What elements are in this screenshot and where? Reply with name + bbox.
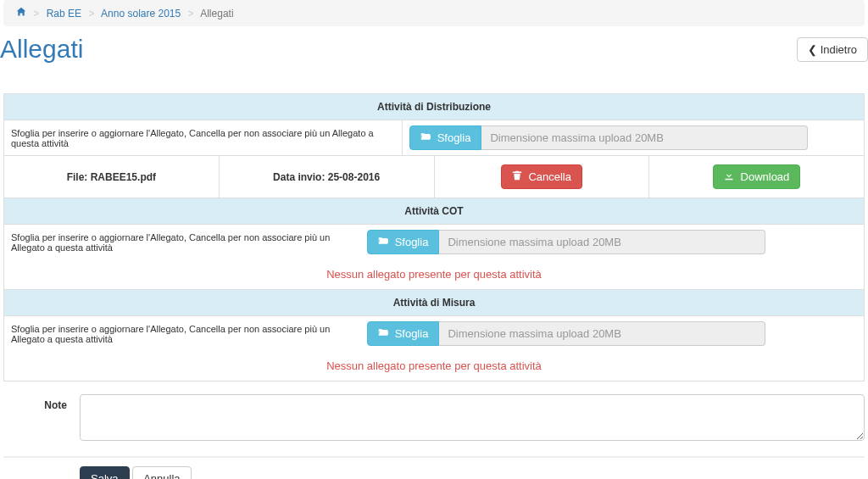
breadcrumb-item-current: Allegati [200,8,233,19]
instruction-distribuzione: Sfoglia per inserire o aggiornare l'Alle… [4,120,403,155]
download-label: Download [741,170,790,183]
breadcrumb-item-year[interactable]: Anno solare 2015 [101,8,181,19]
no-attachment-cot: Nessun allegato presente per questa atti… [4,259,864,289]
note-label: Note [3,394,80,443]
section-header-cot: Attività COT [4,198,864,225]
home-icon[interactable] [16,8,26,19]
browse-button-misura[interactable]: Sfoglia [367,321,439,346]
back-button[interactable]: ❮ Indietro [797,37,868,62]
download-button[interactable]: Download [713,164,800,189]
file-name-cell: File: RABEE15.pdf [4,156,220,198]
instruction-misura: Sfoglia per inserire o aggiornare l'Alle… [4,316,360,351]
section-header-distribuzione: Attività di Distribuzione [4,94,864,120]
browse-label: Sfoglia [437,131,471,144]
cancel-button[interactable]: Annulla [132,466,191,479]
save-button[interactable]: Salva [80,466,130,479]
no-attachment-misura: Nessun allegato presente per questa atti… [4,351,864,381]
breadcrumb-sep: > [33,8,39,19]
back-button-label: Indietro [821,43,857,56]
upload-input-misura: Dimensione massima upload 20MB [439,321,765,346]
browse-button-cot[interactable]: Sfoglia [367,230,439,254]
delete-button[interactable]: Cancella [501,164,582,189]
folder-open-icon [420,131,431,144]
upload-input-cot: Dimensione massima upload 20MB [439,230,765,254]
browse-label: Sfoglia [395,327,429,340]
delete-label: Cancella [528,170,571,183]
folder-open-icon [378,236,388,248]
chevron-left-icon: ❮ [808,43,817,56]
browse-button-distribuzione[interactable]: Sfoglia [409,125,481,150]
page-title: Allegati [0,35,83,64]
section-header-misura: Attività di Misura [4,289,864,316]
upload-input-distribuzione: Dimensione massima upload 20MB [481,125,808,150]
breadcrumb: > Rab EE > Anno solare 2015 > Allegati [3,0,865,26]
folder-open-icon [378,327,388,340]
file-date-cell: Data invio: 25-08-2016 [220,156,435,198]
breadcrumb-sep: > [88,8,94,19]
trash-icon [512,170,522,183]
breadcrumb-sep: > [188,8,194,19]
note-textarea[interactable] [80,394,865,441]
instruction-cot: Sfoglia per inserire o aggiornare l'Alle… [4,225,360,259]
download-icon [724,170,734,183]
browse-label: Sfoglia [395,236,429,248]
breadcrumb-item-rab[interactable]: Rab EE [47,8,81,19]
